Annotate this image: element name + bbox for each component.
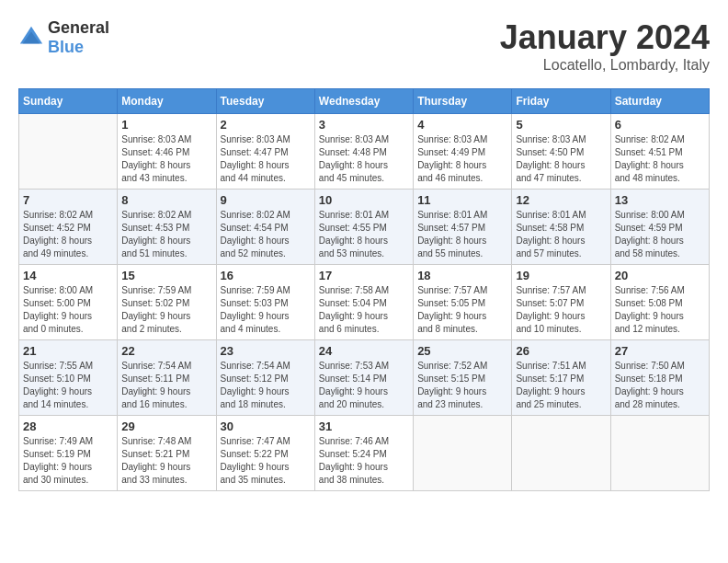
calendar-cell: 13Sunrise: 8:00 AMSunset: 4:59 PMDayligh… [610,190,709,265]
day-info: Sunrise: 8:02 AMSunset: 4:54 PMDaylight:… [221,209,311,260]
calendar-header-sunday: Sunday [19,89,118,114]
day-info: Sunrise: 8:02 AMSunset: 4:52 PMDaylight:… [23,209,113,260]
calendar-cell: 24Sunrise: 7:53 AMSunset: 5:14 PMDayligh… [314,340,413,416]
calendar-cell: 29Sunrise: 7:48 AMSunset: 5:21 PMDayligh… [118,416,216,491]
day-number: 23 [221,344,311,358]
calendar: SundayMondayTuesdayWednesdayThursdayFrid… [18,88,710,491]
calendar-cell: 15Sunrise: 7:59 AMSunset: 5:02 PMDayligh… [118,265,216,340]
calendar-week-row: 14Sunrise: 8:00 AMSunset: 5:00 PMDayligh… [19,265,710,340]
calendar-cell: 25Sunrise: 7:52 AMSunset: 5:15 PMDayligh… [414,340,512,416]
calendar-cell: 12Sunrise: 8:01 AMSunset: 4:58 PMDayligh… [512,190,610,265]
calendar-cell: 17Sunrise: 7:58 AMSunset: 5:04 PMDayligh… [314,265,413,340]
calendar-cell: 1Sunrise: 8:03 AMSunset: 4:46 PMDaylight… [118,114,216,190]
calendar-cell: 11Sunrise: 8:01 AMSunset: 4:57 PMDayligh… [414,190,512,265]
day-info: Sunrise: 7:48 AMSunset: 5:21 PMDaylight:… [121,435,211,487]
day-info: Sunrise: 8:03 AMSunset: 4:48 PMDaylight:… [319,133,409,185]
month-title: January 2024 [500,18,710,57]
calendar-week-row: 1Sunrise: 8:03 AMSunset: 4:46 PMDaylight… [19,114,710,190]
day-number: 14 [23,269,113,282]
day-info: Sunrise: 8:03 AMSunset: 4:46 PMDaylight:… [121,133,211,185]
calendar-cell [512,416,610,491]
day-info: Sunrise: 7:57 AMSunset: 5:07 PMDaylight:… [516,284,606,336]
calendar-cell: 23Sunrise: 7:54 AMSunset: 5:12 PMDayligh… [216,340,314,416]
day-info: Sunrise: 8:03 AMSunset: 4:49 PMDaylight:… [417,133,507,185]
day-number: 10 [319,193,409,207]
day-info: Sunrise: 8:00 AMSunset: 4:59 PMDaylight:… [615,209,705,260]
calendar-cell: 9Sunrise: 8:02 AMSunset: 4:54 PMDaylight… [216,190,314,265]
calendar-cell: 8Sunrise: 8:02 AMSunset: 4:53 PMDaylight… [118,190,216,265]
calendar-cell: 14Sunrise: 8:00 AMSunset: 5:00 PMDayligh… [19,265,118,340]
calendar-header-friday: Friday [512,89,610,114]
day-info: Sunrise: 7:55 AMSunset: 5:10 PMDaylight:… [23,360,113,411]
calendar-cell [19,114,118,190]
logo-icon [18,25,44,51]
calendar-week-row: 7Sunrise: 8:02 AMSunset: 4:52 PMDaylight… [19,190,710,265]
day-number: 13 [615,193,705,207]
day-number: 31 [319,419,409,433]
calendar-header-row: SundayMondayTuesdayWednesdayThursdayFrid… [19,89,710,114]
logo-blue-text: Blue [48,38,84,56]
calendar-cell: 28Sunrise: 7:49 AMSunset: 5:19 PMDayligh… [19,416,118,491]
day-info: Sunrise: 7:59 AMSunset: 5:03 PMDaylight:… [221,284,311,336]
day-number: 8 [121,193,211,207]
calendar-cell: 20Sunrise: 7:56 AMSunset: 5:08 PMDayligh… [610,265,709,340]
day-number: 17 [319,269,409,282]
day-number: 22 [121,344,211,358]
day-number: 28 [23,419,113,433]
day-number: 3 [319,118,409,132]
calendar-cell: 27Sunrise: 7:50 AMSunset: 5:18 PMDayligh… [610,340,709,416]
calendar-cell: 16Sunrise: 7:59 AMSunset: 5:03 PMDayligh… [216,265,314,340]
day-number: 15 [121,269,211,282]
day-number: 29 [121,419,211,433]
day-number: 26 [516,344,606,358]
calendar-header-wednesday: Wednesday [314,89,413,114]
calendar-header-monday: Monday [118,89,216,114]
day-number: 25 [417,344,507,358]
day-info: Sunrise: 7:46 AMSunset: 5:24 PMDaylight:… [319,435,409,487]
calendar-cell: 30Sunrise: 7:47 AMSunset: 5:22 PMDayligh… [216,416,314,491]
day-number: 9 [221,193,311,207]
day-info: Sunrise: 8:02 AMSunset: 4:53 PMDaylight:… [121,209,211,260]
day-number: 16 [221,269,311,282]
day-info: Sunrise: 8:03 AMSunset: 4:50 PMDaylight:… [516,133,606,185]
day-info: Sunrise: 8:01 AMSunset: 4:57 PMDaylight:… [417,209,507,260]
day-info: Sunrise: 7:54 AMSunset: 5:11 PMDaylight:… [121,360,211,411]
calendar-cell: 4Sunrise: 8:03 AMSunset: 4:49 PMDaylight… [414,114,512,190]
day-number: 7 [23,193,113,207]
calendar-cell: 2Sunrise: 8:03 AMSunset: 4:47 PMDaylight… [216,114,314,190]
day-info: Sunrise: 8:00 AMSunset: 5:00 PMDaylight:… [23,284,113,336]
day-number: 19 [516,269,606,282]
day-info: Sunrise: 8:02 AMSunset: 4:51 PMDaylight:… [615,133,705,185]
day-info: Sunrise: 7:56 AMSunset: 5:08 PMDaylight:… [615,284,705,336]
day-info: Sunrise: 7:50 AMSunset: 5:18 PMDaylight:… [615,360,705,411]
day-number: 11 [417,193,507,207]
day-number: 6 [615,118,705,132]
day-number: 30 [221,419,311,433]
day-info: Sunrise: 7:53 AMSunset: 5:14 PMDaylight:… [319,360,409,411]
day-info: Sunrise: 7:54 AMSunset: 5:12 PMDaylight:… [221,360,311,411]
day-number: 27 [615,344,705,358]
day-info: Sunrise: 8:01 AMSunset: 4:55 PMDaylight:… [319,209,409,260]
day-number: 1 [121,118,211,132]
calendar-cell [414,416,512,491]
day-info: Sunrise: 7:52 AMSunset: 5:15 PMDaylight:… [417,360,507,411]
day-info: Sunrise: 7:51 AMSunset: 5:17 PMDaylight:… [516,360,606,411]
calendar-cell: 19Sunrise: 7:57 AMSunset: 5:07 PMDayligh… [512,265,610,340]
calendar-header-tuesday: Tuesday [216,89,314,114]
day-number: 24 [319,344,409,358]
day-number: 2 [221,118,311,132]
day-info: Sunrise: 7:59 AMSunset: 5:02 PMDaylight:… [121,284,211,336]
calendar-week-row: 21Sunrise: 7:55 AMSunset: 5:10 PMDayligh… [19,340,710,416]
calendar-week-row: 28Sunrise: 7:49 AMSunset: 5:19 PMDayligh… [19,416,710,491]
day-info: Sunrise: 8:03 AMSunset: 4:47 PMDaylight:… [221,133,311,185]
location-title: Locatello, Lombardy, Italy [500,57,710,74]
day-number: 4 [417,118,507,132]
header: General Blue January 2024 Locatello, Lom… [18,18,710,74]
day-number: 21 [23,344,113,358]
calendar-cell [610,416,709,491]
day-number: 12 [516,193,606,207]
calendar-cell: 18Sunrise: 7:57 AMSunset: 5:05 PMDayligh… [414,265,512,340]
calendar-cell: 5Sunrise: 8:03 AMSunset: 4:50 PMDaylight… [512,114,610,190]
day-info: Sunrise: 7:58 AMSunset: 5:04 PMDaylight:… [319,284,409,336]
day-number: 20 [615,269,705,282]
